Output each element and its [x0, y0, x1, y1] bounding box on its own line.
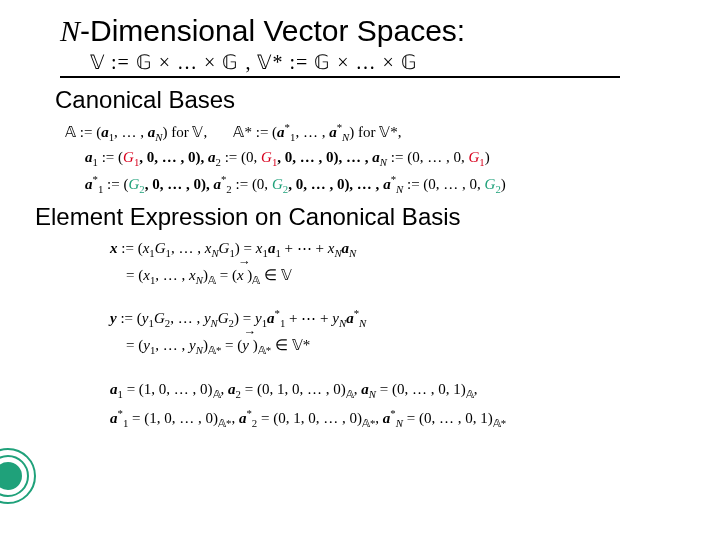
- slide-title: N-Dimensional Vector Spaces:: [60, 14, 690, 48]
- section-element-expression: Element Expression on Canonical Basis: [35, 203, 690, 231]
- element-expression-block: x := (x1G1, … , xNG1) = x1a1 + ⋯ + xNaN …: [110, 237, 690, 431]
- section-canonical-bases: Canonical Bases: [55, 86, 690, 114]
- title-underline: [60, 76, 620, 78]
- space-definition-line: 𝕍 := 𝔾 × … × 𝔾 , 𝕍* := 𝔾 × … × 𝔾: [90, 50, 690, 74]
- title-italic-N: N: [60, 14, 80, 47]
- canonical-bases-block: 𝔸 := (a1, … , aN) for 𝕍, 𝔸* := (a*1, … ,…: [65, 120, 690, 197]
- title-rest: -Dimensional Vector Spaces:: [80, 14, 465, 47]
